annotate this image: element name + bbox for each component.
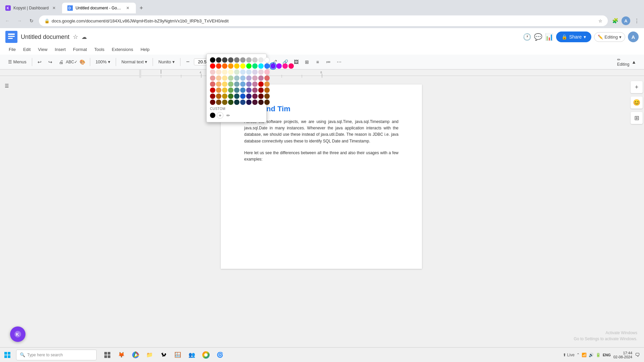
tab-kopyst-close[interactable]: ✕ <box>51 5 57 11</box>
cs-7-5[interactable] <box>234 94 239 99</box>
cs-5-2[interactable] <box>216 81 221 87</box>
font-size-decrease-button[interactable]: − <box>183 57 193 67</box>
menu-item-edit[interactable]: Edit <box>20 46 34 53</box>
taskbar-clock[interactable]: 17:44 02-08-2024 <box>613 351 632 359</box>
extensions-button[interactable]: 🧩 <box>610 16 620 25</box>
color-yellow[interactable] <box>240 63 246 69</box>
star-button[interactable]: ☆ <box>73 33 78 41</box>
color-teal[interactable] <box>252 63 258 69</box>
taskbar-live-icon[interactable]: ⬆ Live <box>563 353 575 357</box>
cs-3-3[interactable] <box>222 69 227 75</box>
cs-7-9[interactable] <box>258 94 264 99</box>
font-dropdown[interactable]: Nunito ▾ <box>156 58 177 66</box>
redo-button[interactable]: ↪ <box>46 57 55 67</box>
cs-5-5[interactable] <box>234 81 239 87</box>
color-dark3[interactable] <box>228 57 233 63</box>
color-gray4[interactable] <box>252 57 258 63</box>
user-avatar[interactable]: A <box>628 32 639 42</box>
color-gray2[interactable] <box>240 57 246 63</box>
forward-button[interactable]: → <box>15 16 24 25</box>
emoji-button[interactable]: 😊 <box>631 97 643 109</box>
menu-item-insert[interactable]: Insert <box>51 46 69 53</box>
new-tab-button[interactable]: + <box>136 3 147 13</box>
menu-item-help[interactable]: Help <box>137 46 153 53</box>
kopyst-fab-button[interactable]: K <box>10 326 25 342</box>
custom-swatch-black[interactable] <box>210 113 215 118</box>
cs-4-2[interactable] <box>216 75 221 81</box>
cs-8-1[interactable] <box>210 100 215 105</box>
eyedropper-button[interactable]: ✏ <box>225 112 231 119</box>
cs-7-3[interactable] <box>222 94 227 99</box>
taskbar-app-explorer[interactable]: 📁 <box>143 348 156 362</box>
add-comment-button[interactable]: + <box>631 81 643 93</box>
editing-mode-button[interactable]: ✏️ Editing ▾ <box>594 32 625 42</box>
taskbar-search-box[interactable]: 🔍 Type here to search <box>16 350 97 360</box>
color-red-orange[interactable] <box>216 63 221 69</box>
present-button[interactable]: 📊 <box>545 33 553 41</box>
comments-button[interactable]: 💬 <box>534 33 542 41</box>
suggest-button[interactable]: ✏ Editing <box>619 57 628 67</box>
history-button[interactable]: 🕐 <box>523 33 531 41</box>
color-purple[interactable] <box>276 63 282 69</box>
cs-3-10[interactable] <box>264 69 270 75</box>
cs-8-2[interactable] <box>216 100 221 105</box>
color-orange[interactable] <box>222 63 227 69</box>
cs-3-6[interactable] <box>240 69 246 75</box>
add-custom-color-button[interactable]: + <box>217 112 223 119</box>
color-pink[interactable] <box>282 63 288 69</box>
cs-6-5[interactable] <box>234 87 239 93</box>
taskbar-app-other[interactable]: 🌀 <box>213 348 227 362</box>
collapse-toolbar-button[interactable]: ▲ <box>629 57 639 67</box>
cs-8-7[interactable] <box>246 100 252 105</box>
page-paragraph-1[interactable]: Across the software projects, we are usi… <box>244 119 398 144</box>
color-green[interactable] <box>246 63 252 69</box>
taskbar-app-view[interactable] <box>101 348 114 362</box>
cs-5-4[interactable] <box>228 81 233 87</box>
cs-3-8[interactable] <box>252 69 258 75</box>
menu-item-extensions[interactable]: Extensions <box>108 46 137 53</box>
taskbar-app-chrome2[interactable] <box>199 348 213 362</box>
menu-item-view[interactable]: View <box>35 46 51 53</box>
reload-button[interactable]: ↻ <box>27 16 36 25</box>
battery-icon[interactable]: 🔋 <box>596 353 601 357</box>
align-button[interactable]: ≡ <box>313 57 322 67</box>
color-gray1[interactable] <box>234 57 239 63</box>
cs-7-4[interactable] <box>228 94 233 99</box>
color-purple-blue[interactable] <box>270 63 276 69</box>
cs-6-9[interactable] <box>258 87 264 93</box>
cs-8-6[interactable] <box>240 100 246 105</box>
print-button[interactable]: 🖨 <box>56 57 66 67</box>
menu-item-format[interactable]: Format <box>70 46 90 53</box>
cs-4-6[interactable] <box>240 75 246 81</box>
color-orange-yellow[interactable] <box>228 63 233 69</box>
taskbar-app-teams[interactable]: 👥 <box>185 348 199 362</box>
cs-4-4[interactable] <box>228 75 233 81</box>
cs-6-6[interactable] <box>240 87 246 93</box>
cs-5-9[interactable] <box>258 81 264 87</box>
page-heading[interactable]: Date and Tim <box>244 105 398 113</box>
menu-item-file[interactable]: File <box>5 46 19 53</box>
color-gray3[interactable] <box>246 57 252 63</box>
cs-5-7[interactable] <box>246 81 252 87</box>
notification-icon[interactable]: 🗨 <box>635 352 640 358</box>
menus-button[interactable]: ☰ Menus <box>5 57 29 67</box>
cloud-save-button[interactable]: ☁ <box>82 34 87 40</box>
color-black[interactable] <box>210 57 215 63</box>
menu-item-tools[interactable]: Tools <box>91 46 108 53</box>
cs-6-3[interactable] <box>222 87 227 93</box>
tab-gdocs-close[interactable]: ✕ <box>125 5 130 11</box>
color-blue[interactable] <box>264 63 270 69</box>
cs-5-6[interactable] <box>240 81 246 87</box>
taskbar-chevron-icon[interactable]: ⌃ <box>577 353 580 357</box>
taskbar-app-windows-store[interactable]: 🪟 <box>171 348 184 362</box>
cs-3-7[interactable] <box>246 69 252 75</box>
style-dropdown[interactable]: Normal text ▾ <box>119 58 150 66</box>
speaker-icon[interactable]: 🔊 <box>589 353 594 357</box>
spellcheck-button[interactable]: ABC✓ <box>67 57 76 67</box>
color-hot-pink[interactable] <box>288 63 294 69</box>
cs-6-8[interactable] <box>252 87 258 93</box>
wifi-icon[interactable]: 📶 <box>582 353 587 357</box>
cs-8-10[interactable] <box>264 100 270 105</box>
table-button[interactable]: ⊞ <box>302 57 312 67</box>
back-button[interactable]: ← <box>3 16 12 25</box>
